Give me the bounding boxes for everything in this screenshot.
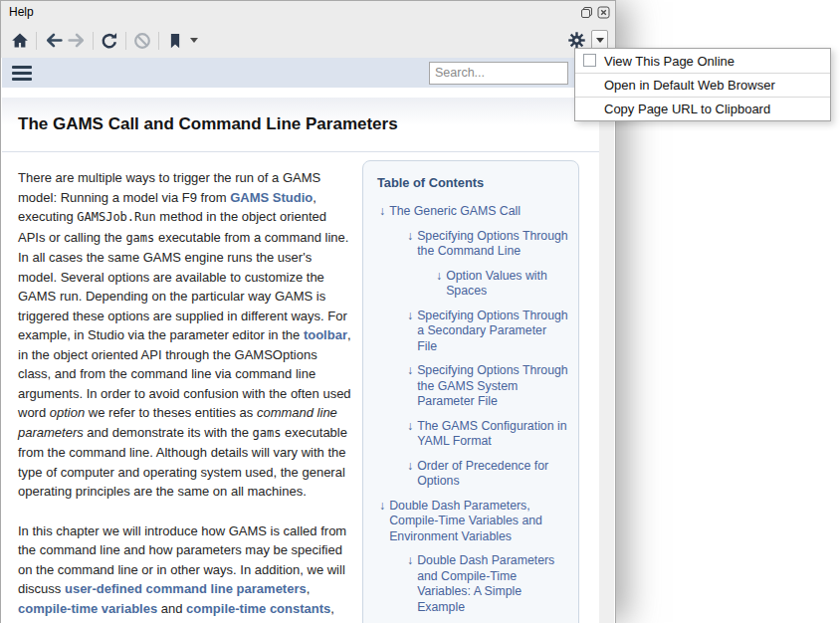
inline-code: gams — [125, 231, 154, 245]
page-title: The GAMS Call and Command Line Parameter… — [18, 114, 398, 134]
stop-button[interactable] — [130, 29, 154, 53]
help-window: Help — [0, 0, 616, 623]
float-window-button[interactable] — [579, 5, 593, 19]
doc-webview: The GAMS Call and Command Line Parameter… — [2, 58, 614, 623]
page-content: There are multiple ways to trigger the r… — [2, 152, 599, 623]
back-button[interactable] — [41, 29, 65, 53]
forward-button[interactable] — [65, 29, 89, 53]
table-of-contents: Table of Contents ↓The Generic GAMS Call… — [362, 160, 579, 623]
toc-item-label: Double Dash Parameters and Compile-Time … — [417, 553, 568, 615]
stop-ban-icon — [132, 31, 152, 51]
doc-link[interactable]: compile-time variables — [18, 601, 157, 616]
down-arrow-icon: ↓ — [407, 229, 413, 260]
toolbar-separator — [158, 32, 159, 50]
doc-header-bar — [2, 58, 599, 88]
toc-item-label: Option Values with Spaces — [446, 269, 568, 300]
doc-link[interactable]: user-defined command line parameters — [65, 581, 307, 596]
text-span: , — [307, 581, 311, 596]
home-button[interactable] — [8, 29, 32, 53]
float-icon — [580, 6, 593, 19]
doc-link[interactable]: toolbar — [304, 327, 347, 342]
down-arrow-icon: ↓ — [407, 309, 413, 355]
toc-title: Table of Contents — [377, 175, 568, 190]
bookmark-icon — [166, 31, 184, 51]
toc-list: ↓The Generic GAMS Call↓Specifying Option… — [377, 204, 568, 623]
reload-icon — [100, 31, 119, 51]
down-arrow-icon: ↓ — [407, 363, 413, 410]
toc-item[interactable]: ↓Specifying Options Through the GAMS Sys… — [377, 363, 568, 410]
down-arrow-icon: ↓ — [436, 269, 442, 300]
toc-item[interactable]: ↓Order of Precedence for Options — [377, 459, 568, 490]
help-toolbar — [1, 23, 615, 58]
paragraph: There are multiple ways to trigger the r… — [18, 168, 352, 502]
text-span: and demonstrate its with the — [84, 425, 253, 440]
menu-item-label: Copy Page URL to Clipboard — [604, 102, 770, 116]
down-arrow-icon: ↓ — [379, 499, 385, 545]
reload-button[interactable] — [98, 29, 121, 53]
window-titlebar[interactable]: Help — [1, 1, 615, 23]
hamburger-menu-icon[interactable] — [12, 66, 32, 81]
toc-item[interactable]: ↓Option Values with Spaces — [377, 269, 568, 300]
search-input[interactable] — [429, 62, 568, 85]
down-arrow-icon: ↓ — [407, 419, 413, 450]
bookmark-dropdown-caret[interactable] — [190, 38, 198, 43]
chevron-down-icon — [596, 38, 604, 43]
doc-page: The GAMS Call and Command Line Parameter… — [2, 58, 599, 623]
toc-item-label: The Generic GAMS Call — [389, 204, 521, 220]
toc-item-label: Specifying Options Through the Command L… — [417, 229, 568, 260]
toc-item[interactable]: ↓Specifying Options Through the Command … — [377, 229, 568, 260]
menu-item[interactable]: Copy Page URL to Clipboard — [575, 97, 830, 120]
down-arrow-icon: ↓ — [407, 459, 413, 490]
menu-item[interactable]: View This Page Online — [575, 49, 830, 73]
doc-link[interactable]: GAMS Studio — [230, 190, 313, 205]
back-arrow-icon — [43, 30, 64, 51]
toc-item-label: Double Dash Parameters, Compile-Time Var… — [389, 499, 568, 545]
gear-menu: View This Page OnlineOpen in Default Web… — [574, 48, 831, 121]
menu-item[interactable]: Open in Default Web Browser — [575, 73, 830, 97]
toolbar-separator — [93, 32, 94, 50]
window-title: Help — [9, 5, 576, 19]
text-span: we refer to theses entities as — [85, 405, 257, 420]
toc-item-label: The GAMS Configuration in YAML Format — [417, 419, 568, 450]
toc-item[interactable]: ↓Double Dash Parameters and Compile-Time… — [377, 553, 568, 615]
text-span: option — [50, 405, 85, 420]
inline-code: gams — [253, 426, 282, 440]
toc-item-label: Specifying Options Through a Secondary P… — [417, 309, 568, 355]
forward-arrow-icon — [67, 30, 88, 51]
close-icon — [597, 6, 610, 19]
text-span: and — [157, 601, 186, 616]
down-arrow-icon: ↓ — [407, 553, 413, 615]
desktop-background: Help — [0, 0, 840, 623]
close-window-button[interactable] — [596, 5, 610, 19]
page-title-section: The GAMS Call and Command Line Parameter… — [2, 98, 599, 152]
bookmark-button[interactable] — [163, 29, 187, 53]
toolbar-separator — [36, 32, 37, 50]
inline-code: GAMSJob.Run — [77, 210, 155, 224]
toolbar-separator — [125, 32, 126, 50]
menu-item-checkbox[interactable] — [583, 54, 596, 67]
text-span: executable from a command line. In all c… — [18, 230, 348, 343]
toc-item[interactable]: ↓Specifying Options Through a Secondary … — [377, 309, 568, 355]
toc-item[interactable]: ↓The Generic GAMS Call — [377, 204, 568, 220]
vertical-scrollbar[interactable] — [599, 58, 614, 623]
toc-item[interactable]: ↓The GAMS Configuration in YAML Format — [377, 419, 568, 450]
doc-link[interactable]: compile-time constants — [186, 601, 330, 616]
article-text: There are multiple ways to trigger the r… — [18, 160, 352, 623]
menu-item-label: View This Page Online — [604, 54, 735, 69]
down-arrow-icon: ↓ — [379, 204, 385, 220]
toc-item-label: Specifying Options Through the GAMS Syst… — [417, 363, 568, 410]
home-icon — [10, 31, 30, 51]
toc-item[interactable]: ↓Double Dash Parameters, Compile-Time Va… — [377, 499, 568, 545]
paragraph: In this chapter we will introduce how GA… — [18, 521, 352, 623]
toc-item-label: Order of Precedence for Options — [417, 459, 568, 490]
menu-item-label: Open in Default Web Browser — [604, 78, 775, 93]
